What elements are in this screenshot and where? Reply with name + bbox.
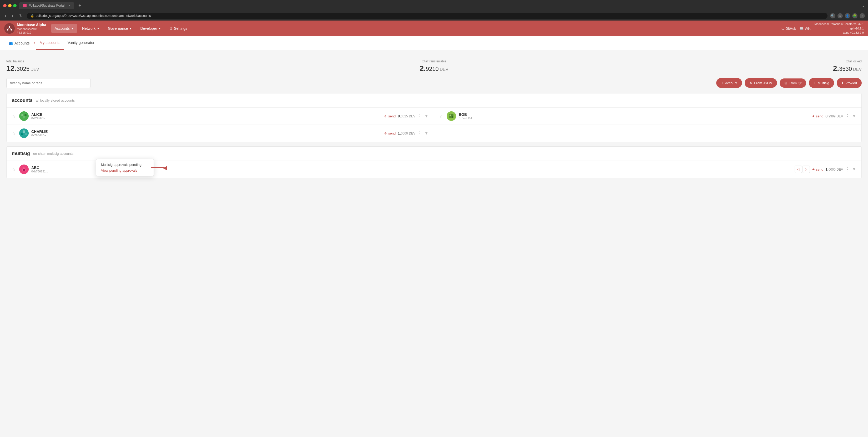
alice-expand-button[interactable]: ▼ (424, 114, 429, 118)
abc-avatar (19, 165, 29, 174)
alice-bal-minor: 3025 (401, 115, 408, 118)
charlie-star-icon[interactable]: ☆ (12, 131, 16, 136)
view-pending-approvals-link[interactable]: View pending approvals (101, 169, 137, 172)
add-account-button[interactable]: + Account (716, 78, 742, 88)
tab-close-button[interactable]: ✕ (68, 4, 70, 7)
bob-address: 0x0edcf64... (459, 117, 809, 120)
version-info: Moonbeam Parachain Collator v0.32.1 api … (814, 22, 864, 35)
new-tab-button[interactable]: + (77, 3, 83, 8)
abc-actions: ◁ ▷ ✈ send 1.0000 DEV ⋮ ▼ (795, 166, 856, 173)
nav-settings-label: Settings (174, 26, 187, 31)
github-icon: ⌥ (780, 27, 784, 31)
app-header: Moonbase Alpha moonbase/2401 #4,618,912 … (0, 21, 868, 36)
alice-name: ALICE (31, 112, 382, 117)
minimize-traffic-light[interactable] (8, 4, 11, 7)
nav-developer[interactable]: Developer ▼ (136, 24, 165, 33)
total-locked-value: 2.3530DEV (584, 64, 862, 72)
tooltip-title: Multisig approvals pending (101, 163, 149, 167)
total-locked-item: total locked 2.3530DEV (584, 59, 862, 72)
abc-expand-left-icon[interactable]: ◁ (795, 166, 802, 173)
abc-send-icon: ✈ (812, 168, 815, 171)
filter-action-row: + Account ↻ From JSON ⊞ From Qr + Multis… (6, 78, 862, 88)
total-balance-minor: 3025 (17, 65, 29, 72)
filter-input[interactable] (6, 78, 91, 88)
abc-send-button[interactable]: ✈ send (812, 168, 823, 171)
menu-icon[interactable]: ⋮ (860, 13, 865, 19)
charlie-send-label: send (388, 132, 396, 135)
logo-area[interactable]: Moonbase Alpha moonbase/2401 #4,618,912 (4, 22, 46, 35)
logo-title: Moonbase Alpha (17, 22, 46, 27)
bob-expand-button[interactable]: ▼ (852, 114, 856, 118)
total-transferrable-label: total transferrable (295, 59, 573, 63)
traffic-lights (3, 4, 17, 7)
abc-expand-right-icon[interactable]: ▷ (803, 166, 810, 173)
accounts-dropdown-icon: ▼ (71, 27, 74, 30)
bob-star-icon[interactable]: ☆ (439, 114, 443, 119)
subnav-accounts-parent[interactable]: 👥 Accounts (5, 37, 33, 50)
svg-point-12 (452, 116, 453, 118)
bob-send-button[interactable]: ✈ send (812, 114, 823, 118)
abc-expand-button[interactable]: ▼ (852, 167, 856, 172)
from-json-button[interactable]: ↻ From JSON (745, 78, 777, 88)
alice-actions: ✈ send 9.3025 DEV ⋮ ▼ (384, 113, 429, 119)
github-link[interactable]: ⌥ GitHub (780, 27, 796, 31)
total-balance-value: 12.3025DEV (6, 64, 284, 72)
logo-subtitle: moonbase/2401 (17, 27, 46, 31)
svg-point-13 (19, 128, 29, 138)
multisig-button[interactable]: + Multisig (809, 78, 834, 88)
bob-bal-minor: 9999 (829, 115, 836, 118)
alice-more-button[interactable]: ⋮ (417, 113, 422, 119)
bob-name: BOB (459, 112, 809, 117)
accounts-section-title: accounts (12, 98, 33, 103)
browser-expand-icon[interactable]: ⌄ (862, 3, 865, 8)
extension-icon[interactable]: 🧩 (852, 13, 858, 19)
multisig-label: Multisig (818, 81, 829, 85)
alice-send-button[interactable]: ✈ send (384, 114, 396, 118)
total-balance-major: 12. (6, 64, 17, 72)
tab-title: Polkadot/Substrate Portal (29, 4, 64, 7)
nav-governance-label: Governance (108, 26, 128, 31)
subnav-divider: › (34, 40, 35, 46)
svg-line-3 (8, 27, 9, 29)
close-traffic-light[interactable] (3, 4, 7, 7)
nav-accounts[interactable]: Accounts ▼ (51, 24, 78, 33)
charlie-send-button[interactable]: ✈ send (384, 132, 396, 135)
abc-star-icon[interactable]: ☆ (12, 167, 16, 172)
bob-info: BOB 0x0edcf64... (459, 112, 809, 120)
network-dropdown-icon: ▼ (97, 27, 99, 30)
nav-network[interactable]: Network ▼ (79, 24, 103, 33)
search-icon[interactable]: 🔍 (830, 13, 835, 19)
refresh-button[interactable]: ↻ (18, 13, 24, 19)
abc-expand-icons: ◁ ▷ (795, 166, 810, 173)
abc-more-button[interactable]: ⋮ (845, 166, 850, 172)
browser-tab[interactable]: Polkadot/Substrate Portal ✕ (19, 2, 74, 9)
charlie-more-button[interactable]: ⋮ (417, 130, 422, 136)
settings-gear-icon: ⚙ (169, 27, 173, 31)
subnav-my-accounts[interactable]: My accounts (36, 36, 64, 50)
profile-icon[interactable]: 👤 (845, 13, 850, 19)
wiki-link[interactable]: 📖 Wiki (799, 27, 811, 31)
maximize-traffic-light[interactable] (13, 4, 17, 7)
alice-star-icon[interactable]: ☆ (12, 114, 16, 119)
nav-settings[interactable]: ⚙ Settings (166, 24, 191, 33)
subnav-vanity-generator[interactable]: Vanity generator (64, 36, 98, 50)
forward-button[interactable]: › (10, 13, 15, 19)
charlie-info: CHARLIE 0x798d4Ba... (31, 129, 382, 137)
bob-more-button[interactable]: ⋮ (845, 113, 850, 119)
alice-bal-major: 9. (398, 114, 401, 118)
charlie-expand-button[interactable]: ▼ (424, 131, 429, 136)
total-locked-major: 2. (833, 64, 839, 72)
proxied-button[interactable]: + Proxied (837, 78, 862, 88)
version-line3: apps v0.132.2-9 (814, 31, 864, 35)
address-bar-row: ‹ › ↻ 🔒 polkadot.js.org/apps/?rpc=wss://… (0, 11, 868, 21)
address-bar[interactable]: 🔒 polkadot.js.org/apps/?rpc=wss://wss.ap… (27, 12, 828, 19)
back-button[interactable]: ‹ (3, 13, 8, 19)
nav-governance[interactable]: Governance ▼ (104, 24, 135, 33)
abc-bal-major: 1. (826, 167, 829, 171)
from-qr-button[interactable]: ⊞ From Qr (780, 79, 806, 88)
total-transferrable-unit: DEV (440, 67, 448, 71)
subnav-vanity-label: Vanity generator (68, 40, 94, 45)
total-locked-unit: DEV (853, 67, 862, 71)
bookmark-icon[interactable]: ☆ (837, 13, 843, 19)
main-content: total balance 12.3025DEV total transferr… (0, 50, 868, 183)
